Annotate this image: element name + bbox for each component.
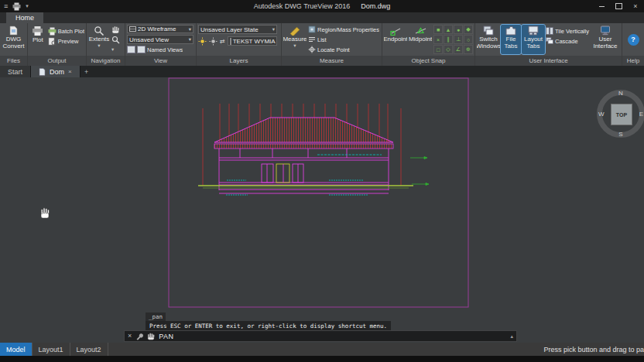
region-mass-properties-button[interactable]: Region/Mass Properties xyxy=(308,25,379,34)
status-bar: Model Layout1 Layout2 Press pick button … xyxy=(0,343,644,356)
visual-style-select[interactable]: 2D Wireframe ▾ xyxy=(127,25,194,33)
plot-quick-icon[interactable] xyxy=(12,2,21,11)
snap-mode-button-10[interactable]: ◇ xyxy=(444,45,453,54)
panel-label-help[interactable]: Help xyxy=(622,56,644,66)
zoom-icon xyxy=(111,36,120,44)
window-openings xyxy=(262,164,303,183)
help-button[interactable]: ? xyxy=(627,25,640,54)
zoom-realtime-button[interactable] xyxy=(111,35,120,44)
snap-mode-button-1[interactable]: ■ xyxy=(433,25,443,34)
file-tab-close-icon[interactable]: × xyxy=(68,68,72,75)
view-preset-select[interactable]: Unsaved View ▾ xyxy=(127,35,194,43)
snap-mode-button-3[interactable]: ● xyxy=(454,25,463,34)
switch-windows-button[interactable]: Switch Windows xyxy=(477,25,500,54)
panel-label-user-interface[interactable]: User Interface xyxy=(475,56,622,66)
snap-mode-button-7[interactable]: ⊥ xyxy=(454,35,463,44)
list-icon xyxy=(308,36,316,43)
panel-label-files[interactable]: Files xyxy=(0,56,27,66)
layer-select[interactable]: TEKST WYMIA ▾ xyxy=(228,36,277,46)
panel-label-object-snap[interactable]: Object Snap xyxy=(382,56,474,66)
named-views-button[interactable]: Named Views xyxy=(127,46,183,54)
measure-button[interactable]: Measure ▾ xyxy=(283,25,307,54)
file-tab-dom[interactable]: Dom × xyxy=(31,66,80,77)
close-button[interactable]: × xyxy=(627,0,644,12)
ribbon-tab-row: Home xyxy=(0,12,644,23)
layer-state-select[interactable]: Unsaved Layer State ▾ xyxy=(198,25,277,34)
new-tab-button[interactable]: + xyxy=(80,66,93,77)
command-close-icon[interactable]: × xyxy=(128,333,132,340)
preview-icon xyxy=(48,37,57,46)
snap-mode-button-11[interactable]: ∠ xyxy=(454,45,463,54)
midpoint-button[interactable]: Midpoint xyxy=(409,25,432,54)
panel-label-layers[interactable]: Layers xyxy=(197,56,281,66)
viewcube-west[interactable]: W xyxy=(598,111,605,118)
drawing-canvas[interactable] xyxy=(0,77,644,343)
measure-dropdown-icon[interactable]: ▾ xyxy=(293,43,296,48)
tile-vertically-button[interactable]: Tile Vertically xyxy=(546,26,591,36)
snap-mode-button-2[interactable]: ▲ xyxy=(444,25,453,34)
batch-plot-button[interactable]: Batch Plot xyxy=(48,26,84,36)
zoom-dropdown-button[interactable]: ▾ xyxy=(111,45,120,54)
snap-mode-button-5[interactable]: × xyxy=(433,35,443,44)
pan-cursor xyxy=(41,208,49,218)
command-input[interactable]: PAN xyxy=(159,333,173,340)
viewcube-south[interactable]: S xyxy=(618,131,622,138)
snap-mode-button-4[interactable]: ◆ xyxy=(464,25,473,34)
pan-button[interactable] xyxy=(111,25,120,34)
layer-on-icon[interactable] xyxy=(198,37,207,46)
tab-home[interactable]: Home xyxy=(6,12,43,23)
file-tab-start[interactable]: Start xyxy=(0,66,31,77)
viewcube-top-face[interactable]: TOP xyxy=(611,104,632,125)
app-menu-icon[interactable]: ≡ xyxy=(4,2,8,10)
layout-tabs-button[interactable]: Layout Tabs xyxy=(522,25,545,54)
locate-point-icon xyxy=(308,46,316,53)
bottom-strip xyxy=(0,356,644,362)
model-tab[interactable]: Model xyxy=(0,343,33,356)
snap-mode-button-6[interactable]: ∥ xyxy=(444,35,453,44)
dwg-trueview-window: ≡ ▾ Autodesk DWG TrueView 2016Dom.dwg × … xyxy=(0,0,644,362)
command-bar[interactable]: × PAN ▴ xyxy=(124,330,517,342)
ribbon-panel-view: 2D Wireframe ▾ Unsaved View ▾ Named View… xyxy=(125,23,197,66)
maximize-button[interactable] xyxy=(610,0,627,12)
ribbon-panel-measure: Measure ▾ Region/Mass Properties xyxy=(282,23,382,66)
panel-label-view[interactable]: View xyxy=(125,56,196,66)
layer-transfer-icon[interactable]: ⇄ xyxy=(220,38,225,45)
qat-dropdown-icon[interactable]: ▾ xyxy=(26,3,29,9)
midpoint-snap-icon xyxy=(415,26,426,36)
file-tabs-button[interactable]: File Tabs xyxy=(501,25,521,54)
snap-mode-button-9[interactable]: □ xyxy=(433,45,443,54)
panel-label-measure[interactable]: Measure xyxy=(282,56,382,66)
plot-button[interactable]: Plot xyxy=(29,25,46,54)
command-echo: _pan xyxy=(146,312,166,321)
snap-mode-button-8[interactable]: ○ xyxy=(464,35,473,44)
endpoint-button[interactable]: Endpoint xyxy=(384,25,407,54)
layer-freeze-icon[interactable] xyxy=(209,37,218,46)
viewcube[interactable]: N S W E TOP xyxy=(597,90,644,138)
dwg-convert-button[interactable]: DWG Convert xyxy=(2,25,26,54)
preview-button[interactable]: Preview xyxy=(48,36,84,46)
cascade-button[interactable]: Cascade xyxy=(546,36,591,46)
ribbon: DWG Convert Files Plot xyxy=(0,23,644,66)
user-interface-button[interactable]: User Interface xyxy=(591,25,619,54)
panel-label-navigation[interactable]: Navigation xyxy=(87,56,125,66)
extents-button[interactable]: Extents ▾ xyxy=(88,25,110,54)
minimize-button[interactable] xyxy=(593,0,610,12)
command-customize-icon[interactable] xyxy=(135,333,143,340)
snap-mode-button-12[interactable]: ⊕ xyxy=(464,45,473,54)
pan-command-icon xyxy=(147,333,155,340)
status-hint: Press pick button and drag to pa xyxy=(543,343,644,356)
viewcube-east[interactable]: E xyxy=(639,111,643,118)
viewport-icon-2 xyxy=(137,46,146,53)
viewcube-north[interactable]: N xyxy=(618,90,623,97)
recent-commands-icon[interactable]: ▴ xyxy=(510,333,513,340)
extents-dropdown-icon[interactable]: ▾ xyxy=(98,43,100,48)
layout2-tab[interactable]: Layout2 xyxy=(70,343,108,356)
list-button[interactable]: List xyxy=(308,35,379,44)
layout1-tab[interactable]: Layout1 xyxy=(33,343,70,356)
plot-icon xyxy=(32,26,43,36)
panel-label-output[interactable]: Output xyxy=(28,56,86,66)
locate-point-button[interactable]: Locate Point xyxy=(308,45,379,54)
roof-section xyxy=(214,118,393,142)
layout-tabs-icon xyxy=(528,26,539,36)
ribbon-panel-help: ? Help xyxy=(622,23,644,66)
